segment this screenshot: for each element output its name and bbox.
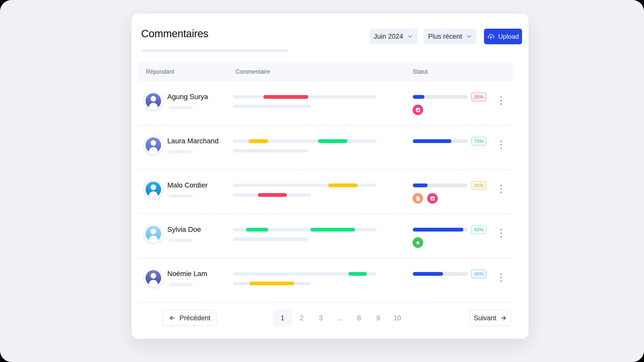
arrow-right-icon: [500, 314, 507, 322]
respondent-name: Agung Surya: [167, 93, 208, 101]
progress-bar: [413, 95, 468, 99]
chart-icon[interactable]: [427, 193, 438, 204]
avatar: [144, 92, 163, 110]
status-badge: 31%: [471, 181, 486, 190]
avatar: [144, 224, 163, 243]
row-menu-button[interactable]: [499, 184, 503, 194]
comment-highlight: [263, 95, 308, 99]
comment-line-placeholder: [233, 228, 377, 231]
pagination: Précédent 123...8910 Suivant: [132, 310, 529, 326]
column-header-comment: Commentaire: [235, 62, 270, 81]
next-page-button[interactable]: Suivant: [469, 310, 511, 326]
comment-line-placeholder: [233, 149, 308, 152]
previous-page-label: Précédent: [179, 314, 210, 322]
progress-bar-fill: [413, 184, 428, 187]
progress-bar: [413, 184, 468, 187]
subtitle-placeholder-bar: [142, 49, 288, 52]
page-button-1[interactable]: 1: [273, 309, 292, 327]
respondent-subtitle-placeholder: [169, 283, 193, 286]
comment-highlight: [249, 282, 294, 285]
tag-icon[interactable]: [413, 237, 423, 248]
respondent-name: Noémie Lam: [167, 270, 207, 278]
sort-filter-dropdown[interactable]: Plus récent: [423, 29, 477, 44]
progress-bar: [413, 228, 468, 232]
table-body: Agung Surya 25% Laura Marchand 75%: [132, 81, 529, 302]
status-badge: 92%: [471, 225, 486, 234]
attachment-icons: [413, 105, 423, 115]
progress-bar-fill: [413, 95, 424, 99]
row-menu-button[interactable]: [499, 228, 503, 239]
page-ellipsis: ...: [330, 309, 349, 327]
app-background: Commentaires Juin 2024 Plus récent Uploa…: [0, 0, 644, 362]
status-badge: 75%: [471, 137, 486, 146]
table-row: Agung Surya 25%: [132, 81, 529, 125]
comment-highlight: [348, 272, 367, 276]
row-menu-button[interactable]: [499, 140, 503, 150]
page-title: Commentaires: [141, 28, 208, 40]
pagination-pages: 123...8910: [273, 309, 407, 327]
respondent-name: Sylvia Doe: [167, 225, 201, 234]
comment-line-placeholder: [233, 95, 377, 99]
comment-line-placeholder: [233, 238, 308, 241]
table-header: Répondant Commentaire Statut: [138, 62, 513, 81]
column-header-respondent: Répondant: [146, 62, 174, 81]
comment-line-placeholder: [233, 140, 377, 143]
comment-line-placeholder: [233, 105, 311, 108]
comment-highlight: [310, 228, 355, 232]
file-icon[interactable]: [413, 193, 423, 204]
column-header-status: Statut: [413, 62, 428, 81]
progress-bar-fill: [413, 228, 463, 232]
row-menu-button[interactable]: [499, 272, 503, 283]
table-row: Sylvia Doe 92%: [132, 214, 529, 258]
progress-bar: [413, 272, 468, 276]
chart-icon[interactable]: [413, 105, 423, 115]
progress-bar-fill: [413, 139, 451, 143]
comment-line-placeholder: [233, 193, 311, 197]
attachment-icons: [413, 193, 438, 204]
comment-line-placeholder: [233, 272, 377, 276]
sort-filter-label: Plus récent: [428, 33, 462, 40]
avatar: [144, 136, 163, 154]
attachment-icons: [413, 237, 423, 248]
table-row: Laura Marchand 75%: [132, 125, 529, 170]
comments-card: Commentaires Juin 2024 Plus récent Uploa…: [132, 14, 529, 339]
table-row: Noémie Lam 45%: [132, 258, 529, 302]
status-badge: 25%: [471, 93, 486, 101]
page-button-2[interactable]: 2: [292, 309, 311, 327]
upload-button[interactable]: Upload: [484, 29, 522, 44]
chevron-down-icon: [407, 33, 413, 40]
respondent-subtitle-placeholder: [169, 150, 193, 153]
upload-label: Upload: [498, 33, 519, 40]
respondent-subtitle-placeholder: [169, 239, 193, 242]
status-badge: 45%: [471, 269, 486, 278]
respondent-name: Malo Cordier: [167, 181, 208, 189]
previous-page-button[interactable]: Précédent: [163, 310, 217, 326]
comment-highlight: [318, 139, 347, 143]
month-filter-label: Juin 2024: [374, 33, 403, 40]
cloud-upload-icon: [487, 33, 495, 40]
arrow-left-icon: [169, 314, 176, 322]
comment-highlight: [258, 193, 287, 197]
page-button-3[interactable]: 3: [311, 309, 330, 327]
respondent-name: Laura Marchand: [167, 137, 219, 145]
respondent-subtitle-placeholder: [169, 195, 193, 198]
table-row: Malo Cordier 31%: [132, 170, 529, 214]
page-button-9[interactable]: 9: [369, 309, 388, 327]
page-button-10[interactable]: 10: [388, 309, 407, 327]
page-button-8[interactable]: 8: [349, 309, 369, 327]
row-menu-button[interactable]: [499, 95, 503, 106]
chevron-down-icon: [466, 33, 472, 40]
comment-line-placeholder: [233, 184, 377, 187]
month-filter-dropdown[interactable]: Juin 2024: [369, 29, 418, 44]
comment-highlight: [249, 139, 268, 143]
respondent-subtitle-placeholder: [169, 106, 193, 109]
avatar: [144, 180, 163, 199]
comment-highlight: [246, 228, 268, 232]
progress-bar-fill: [413, 272, 443, 276]
avatar: [144, 269, 163, 287]
progress-bar: [413, 139, 468, 143]
comment-line-placeholder: [233, 282, 311, 285]
comment-highlight: [328, 184, 358, 187]
next-page-label: Suivant: [474, 314, 496, 322]
